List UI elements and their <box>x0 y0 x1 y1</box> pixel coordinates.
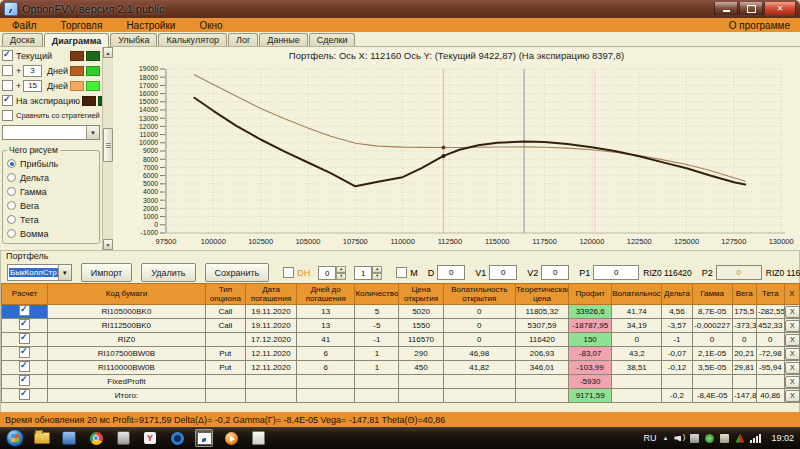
strategy-compare-select[interactable]: ▼ <box>2 125 100 140</box>
column-header[interactable]: Дельта <box>662 284 692 305</box>
column-header[interactable]: Цена открытия <box>399 284 443 305</box>
sidebar-scrollbar[interactable]: ▲ ▼ <box>102 47 113 250</box>
column-header[interactable]: Вега <box>732 284 756 305</box>
network-icon[interactable] <box>750 434 761 443</box>
radio-row-Вомма[interactable]: Вомма <box>7 227 97 240</box>
radio-row-Прибыль[interactable]: Прибыль <box>7 157 97 170</box>
tray-clipboard-icon[interactable] <box>720 434 729 443</box>
column-header[interactable]: Профит <box>569 284 612 305</box>
blue-app-icon[interactable] <box>60 429 78 447</box>
strategy-select[interactable]: БыкКоллСтр ▼ <box>7 264 72 281</box>
radio-Тета[interactable] <box>7 215 16 224</box>
media-player-icon[interactable] <box>222 429 240 447</box>
row-checkbox[interactable] <box>19 375 30 386</box>
row-delete-button[interactable]: X <box>785 362 800 374</box>
days-input[interactable]: 3 <box>23 65 42 77</box>
row-calc-cell[interactable] <box>2 333 48 347</box>
column-header[interactable]: Расчет <box>2 284 48 305</box>
radio-Прибыль[interactable] <box>7 159 16 168</box>
optionfvv-icon[interactable] <box>195 429 213 447</box>
p1-input[interactable]: 0 <box>593 265 639 280</box>
menu-item-Окно[interactable]: Окно <box>187 20 234 31</box>
tab-Калькулятор[interactable]: Калькулятор <box>158 33 227 46</box>
radio-row-Вега[interactable]: Вега <box>7 199 97 212</box>
v2-input[interactable]: 0 <box>541 265 569 280</box>
days-input[interactable]: 15 <box>23 80 42 92</box>
column-header[interactable]: Теоретическая цена <box>515 284 568 305</box>
hidden-icons-icon[interactable]: ▲ <box>663 435 669 441</box>
color-swatch[interactable] <box>86 81 100 91</box>
column-header[interactable]: Гамма <box>692 284 732 305</box>
tray-green-icon[interactable] <box>705 434 714 443</box>
row-delete-button[interactable]: X <box>785 348 800 360</box>
color-swatch[interactable] <box>86 51 100 61</box>
menu-item-Торговля[interactable]: Торговля <box>49 20 115 31</box>
row-checkbox[interactable] <box>19 319 30 330</box>
p2-input[interactable]: 0 <box>716 265 762 280</box>
row-delete-button[interactable]: X <box>785 306 800 318</box>
notes-icon[interactable] <box>249 429 267 447</box>
chrome-icon[interactable] <box>87 429 105 447</box>
chevron-down-icon[interactable]: ▼ <box>86 126 99 139</box>
row-delete-button[interactable]: X <box>785 390 800 402</box>
radio-Вомма[interactable] <box>7 229 16 238</box>
column-header[interactable]: Тета <box>756 284 784 305</box>
scrollbar-thumb[interactable] <box>103 128 113 162</box>
layer-checkbox[interactable] <box>2 80 13 91</box>
delete-button[interactable]: Удалить <box>141 263 195 282</box>
tab-Диаграмма[interactable]: Диаграмма <box>44 33 109 47</box>
dh-checkbox[interactable] <box>283 267 294 278</box>
row-calc-cell[interactable] <box>2 375 48 389</box>
save-button[interactable]: Сохранить <box>205 263 270 282</box>
layer-checkbox[interactable] <box>2 95 13 106</box>
column-header[interactable]: Волатильность открытия <box>443 284 515 305</box>
volume-icon[interactable] <box>674 434 684 443</box>
menu-about[interactable]: О программе <box>719 20 800 31</box>
m-checkbox[interactable] <box>396 267 407 278</box>
chevron-down-icon[interactable]: ▼ <box>58 265 71 280</box>
yandex-browser-icon[interactable]: Y <box>141 429 159 447</box>
import-button[interactable]: Импорт <box>81 263 132 282</box>
radio-row-Гамма[interactable]: Гамма <box>7 185 97 198</box>
row-calc-cell[interactable] <box>2 305 48 319</box>
column-header[interactable]: Дата погашения <box>245 284 296 305</box>
layer-checkbox[interactable] <box>2 50 13 61</box>
row-checkbox[interactable] <box>19 389 30 400</box>
tab-Данные[interactable]: Данные <box>259 33 308 46</box>
radio-row-Дельта[interactable]: Дельта <box>7 171 97 184</box>
radio-Дельта[interactable] <box>7 173 16 182</box>
column-header[interactable]: Код бумаги <box>48 284 206 305</box>
column-header[interactable]: X <box>784 284 799 305</box>
start-icon[interactable] <box>6 429 24 447</box>
scroll-up-icon[interactable]: ▲ <box>103 47 113 58</box>
scroll-down-icon[interactable]: ▼ <box>103 239 113 250</box>
row-delete-button[interactable]: X <box>785 376 800 388</box>
row-checkbox[interactable] <box>19 333 30 344</box>
tray-alert-icon[interactable] <box>735 434 744 443</box>
tab-Доска[interactable]: Доска <box>2 33 43 46</box>
radio-Вега[interactable] <box>7 201 16 210</box>
close-button[interactable]: ✕ <box>764 2 796 16</box>
row-checkbox[interactable] <box>19 305 30 316</box>
column-header[interactable]: Волатильность <box>612 284 662 305</box>
row-delete-button[interactable]: X <box>785 334 800 346</box>
clock[interactable]: 19:02 <box>771 433 794 443</box>
v1-input[interactable]: 0 <box>489 265 517 280</box>
column-header[interactable]: Количество <box>355 284 399 305</box>
dh-spinner-1[interactable]: 0 ▲▼ <box>318 266 346 280</box>
layer-checkbox[interactable] <box>2 65 13 76</box>
row-calc-cell[interactable] <box>2 347 48 361</box>
color-swatch[interactable] <box>70 81 84 91</box>
d-input[interactable]: 0 <box>437 265 465 280</box>
color-swatch[interactable] <box>70 66 84 76</box>
row-checkbox[interactable] <box>19 347 30 358</box>
language-indicator[interactable]: RU <box>644 433 657 443</box>
recycle-icon[interactable] <box>114 429 132 447</box>
menu-item-Файл[interactable]: Файл <box>0 20 49 31</box>
radio-Гамма[interactable] <box>7 187 16 196</box>
color-swatch[interactable] <box>82 96 96 106</box>
radio-row-Тета[interactable]: Тета <box>7 213 97 226</box>
row-calc-cell[interactable] <box>2 319 48 333</box>
column-header[interactable]: Тип опциона <box>205 284 245 305</box>
color-swatch[interactable] <box>86 66 100 76</box>
